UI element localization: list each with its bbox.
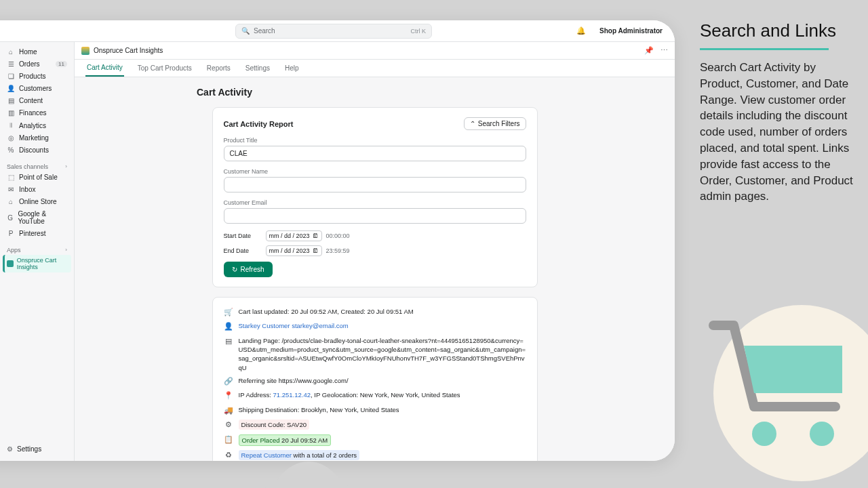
info-panel: Search and Links Search Cart Activity by…	[692, 20, 868, 205]
link-icon: 🔗	[224, 376, 233, 386]
page-icon: ▤	[224, 336, 233, 346]
topbar: 🔍 Search Ctrl K 🔔 Shop Administrator	[0, 20, 675, 42]
landing-page-text: Landing Page: /products/clae-bradley-ton…	[239, 336, 526, 372]
customer-link[interactable]: Starkey Customer starkey@email.com	[239, 321, 349, 330]
chevron-right-icon[interactable]: ›	[65, 247, 67, 253]
customer-email-input[interactable]	[224, 208, 526, 224]
page-title: Cart Activity	[197, 87, 675, 98]
more-icon[interactable]: ⋯	[660, 46, 668, 55]
product-title-input[interactable]	[224, 146, 526, 161]
app-shell: 🔍 Search Ctrl K 🔔 Shop Administrator ⌂Ho…	[0, 20, 675, 461]
nav-icon: ▤	[7, 97, 15, 104]
end-date-label: End Date	[224, 247, 262, 254]
shipping-text: Shipping Destination: Brooklyn, New York…	[239, 405, 399, 414]
sidebar-item-customers[interactable]: 👤Customers	[3, 83, 71, 94]
app-logo-icon	[81, 47, 90, 55]
info-rule	[700, 48, 829, 50]
repeat-customer-link[interactable]: Repeat Customer	[241, 451, 292, 459]
start-date-input[interactable]: mm / dd / 2023 🗓	[266, 230, 322, 241]
refresh-button[interactable]: ↻ Refresh	[224, 262, 273, 277]
pin-icon[interactable]: 📌	[644, 46, 654, 55]
svg-point-1	[810, 422, 834, 446]
channel-pinterest[interactable]: PPinterest	[3, 228, 71, 239]
refresh-icon: ↻	[232, 266, 237, 273]
channel-online-store[interactable]: ⌂Online Store	[3, 196, 71, 207]
activity-detail-card: 🛒Cart last updated: 20 Jul 09:52 AM, Cre…	[212, 297, 538, 461]
cart-icon: 🛒	[224, 307, 233, 317]
sidebar-item-home[interactable]: ⌂Home	[3, 46, 71, 58]
svg-point-0	[752, 422, 776, 446]
info-heading: Search and Links	[700, 20, 860, 41]
sidebar-settings[interactable]: ⚙ Settings	[3, 441, 71, 457]
chevron-up-icon: ⌃	[470, 120, 475, 127]
product-title-label: Product Title	[224, 137, 526, 144]
ip-geo-text: IP Address: 71.251.12.42, IP Geolocation…	[239, 390, 460, 399]
location-icon: 📍	[224, 390, 233, 401]
tag-icon: ⚙	[224, 420, 233, 430]
end-date-input[interactable]: mm / dd / 2023 🗓	[266, 245, 322, 256]
chevron-right-icon[interactable]: ›	[65, 163, 67, 170]
nav-icon: %	[7, 146, 15, 154]
channel-icon: ✉	[7, 186, 15, 193]
customer-name-label: Customer Name	[224, 168, 526, 175]
search-filters-button[interactable]: ⌃ Search Filters	[464, 117, 526, 130]
tab-settings[interactable]: Settings	[244, 60, 271, 76]
search-icon: 🔍	[241, 27, 250, 35]
tab-help[interactable]: Help	[283, 60, 300, 76]
customer-name-input[interactable]	[224, 177, 526, 192]
tab-reports[interactable]: Reports	[205, 60, 232, 76]
sidebar-item-orders[interactable]: ☰Orders11	[3, 58, 71, 70]
sidebar-item-finances[interactable]: ▥Finances	[3, 107, 71, 119]
info-body: Search Cart Activity by Product, Custome…	[700, 60, 860, 205]
end-time: 23:59:59	[326, 247, 350, 254]
customer-email-label: Customer Email	[224, 199, 526, 206]
calendar-icon: 🗓	[313, 247, 319, 254]
gear-icon: ⚙	[7, 445, 13, 453]
channel-icon: ⬚	[7, 174, 15, 181]
nav-icon: ⫴	[7, 121, 15, 129]
channel-point-of-sale[interactable]: ⬚Point of Sale	[3, 171, 71, 183]
search-placeholder: Search	[254, 27, 275, 35]
nav-icon: ☰	[7, 60, 15, 68]
app-icon	[7, 260, 14, 267]
order-placed-badge[interactable]: Order Placed 20 Jul 09:52 AM	[239, 434, 332, 446]
search-shortcut: Ctrl K	[411, 28, 427, 35]
sales-channels-head: Sales channels›	[3, 161, 71, 171]
channel-inbox[interactable]: ✉Inbox	[3, 184, 71, 195]
notifications-icon[interactable]: 🔔	[576, 26, 586, 35]
channel-google-youtube[interactable]: GGoogle & YouTube	[3, 208, 71, 227]
global-search[interactable]: 🔍 Search Ctrl K	[235, 24, 432, 39]
sidebar-item-products[interactable]: ❏Products	[3, 70, 71, 82]
ip-link[interactable]: 71.251.12.42	[273, 391, 311, 399]
nav-badge: 11	[56, 61, 67, 67]
app-onspruce-cart-insights[interactable]: Onspruce Cart Insights	[3, 255, 71, 272]
start-date-label: Start Date	[224, 232, 262, 239]
tab-top-cart-products[interactable]: Top Cart Products	[136, 60, 193, 76]
sidebar-item-marketing[interactable]: ◎Marketing	[3, 132, 71, 144]
start-time: 00:00:00	[326, 232, 350, 239]
cart-icon-large	[707, 319, 856, 454]
sidebar: ⌂Home☰Orders11❏Products👤Customers▤Conten…	[0, 42, 75, 461]
person-icon: 👤	[224, 321, 233, 331]
nav-icon: 👤	[7, 85, 15, 92]
cart-illustration	[707, 298, 863, 454]
app-title: Onspruce Cart Insights	[94, 47, 163, 54]
nav-icon: ▥	[7, 109, 15, 117]
channel-icon: G	[7, 214, 14, 222]
repeat-icon: ♻	[224, 450, 233, 460]
report-card-title: Cart Activity Report	[224, 120, 294, 128]
user-menu[interactable]: Shop Administrator	[599, 27, 663, 35]
referring-site-text: Referring site https://www.google.com/	[239, 376, 349, 385]
sidebar-item-discounts[interactable]: %Discounts	[3, 144, 71, 156]
bottom-notch	[258, 462, 359, 488]
tab-cart-activity[interactable]: Cart Activity	[85, 60, 124, 77]
calendar-icon: 🗓	[313, 232, 319, 239]
sidebar-item-analytics[interactable]: ⫴Analytics	[3, 119, 71, 131]
channel-icon: P	[7, 230, 15, 237]
tabs: Cart ActivityTop Cart ProductsReportsSet…	[75, 60, 675, 77]
check-icon: 📋	[224, 434, 233, 445]
nav-icon: ❏	[7, 73, 15, 80]
apps-head: Apps›	[3, 244, 71, 255]
sidebar-item-content[interactable]: ▤Content	[3, 95, 71, 106]
truck-icon: 🚚	[224, 405, 233, 415]
